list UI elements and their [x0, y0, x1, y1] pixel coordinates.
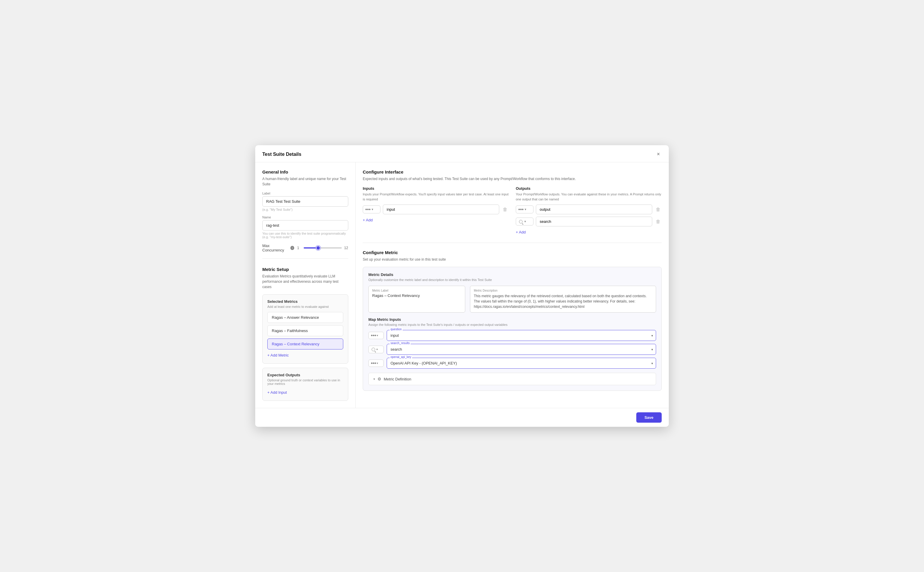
io-columns: Inputs Inputs your Prompt/Workflow expec…	[363, 186, 662, 236]
metric-item-1[interactable]: Ragas – Faithfulness	[267, 325, 343, 336]
label-input[interactable]	[262, 196, 348, 207]
metric-desc-value: This metric gauges the relevancy of the …	[474, 294, 652, 309]
metric-label-label: Metric Label	[372, 289, 461, 292]
label-field-group: Label (e.g. "My Test Suite")	[262, 191, 348, 211]
close-button[interactable]: ×	[655, 151, 662, 158]
metric-desc-label: Metric Description	[474, 289, 652, 292]
map-row-0: ▾ question input output search ▾	[368, 330, 656, 341]
delete-output-1[interactable]: 🗑	[654, 218, 662, 225]
map-desc: Assign the following metric inputs to th…	[368, 323, 656, 326]
name-hint: You can use this to identify the test su…	[262, 232, 348, 239]
metric-setup-desc: Evaluation Metrics quantitatively evalua…	[262, 274, 348, 289]
add-output-io-button[interactable]: + Add	[516, 229, 526, 236]
selected-metrics-title: Selected Metrics	[267, 299, 343, 304]
expected-outputs-title: Expected Outputs	[267, 373, 343, 377]
metric-details-grid: Metric Label Ragas – Context Relevancy M…	[368, 286, 656, 312]
configure-interface-desc: Expected inputs and outputs of what's be…	[363, 176, 662, 182]
output-row-1: ▾ 🗑	[516, 217, 662, 226]
metric-setup-title: Metric Setup	[262, 267, 348, 272]
map-row-2: ▾ openai_api_key OpenAI API Key - (OPENA…	[368, 358, 656, 368]
output-value-1[interactable]	[536, 217, 652, 226]
dots-icon	[365, 209, 371, 210]
map-select-wrap-2: openai_api_key OpenAI API Key - (OPENAI_…	[387, 358, 656, 368]
output-type-select-1[interactable]: ▾	[516, 218, 533, 225]
modal-body: General Info A human-friendly label and …	[255, 162, 669, 408]
expected-outputs-desc: Optional ground truth or context variabl…	[267, 378, 343, 385]
search-icon-out1	[519, 220, 522, 224]
output-row-0: ▾ 🗑	[516, 205, 662, 214]
configure-metric-desc: Set up your evaluation metric for use in…	[363, 257, 662, 262]
metric-desc-field: Metric Description This metric gauges th…	[470, 286, 656, 312]
inputs-col: Inputs Inputs your Prompt/Workflow expec…	[363, 186, 509, 236]
input-row-0: ▾ 🗑	[363, 205, 509, 214]
slider-wrap: 1 12	[297, 246, 348, 250]
label-field-label: Label	[262, 191, 348, 195]
modal-header: Test Suite Details ×	[255, 145, 669, 162]
metric-definition[interactable]: ▾ ⚙ Metric Definition	[368, 373, 656, 385]
configure-interface-title: Configure Interface	[363, 169, 662, 174]
concurrency-label: Max Concurrency i	[262, 244, 294, 252]
metric-item-0[interactable]: Ragas – Answer Relevance	[267, 312, 343, 323]
metric-item-2[interactable]: Ragas – Context Relevancy	[267, 339, 343, 350]
name-input[interactable]	[262, 220, 348, 230]
map-select-1[interactable]: input output search	[387, 344, 656, 355]
map-select-2[interactable]: OpenAI API Key - (OPENAI_API_KEY)	[387, 358, 656, 368]
map-type-dots-2[interactable]: ▾	[368, 359, 384, 367]
metric-details-title: Metric Details	[368, 272, 656, 277]
metric-def-gear-icon: ⚙	[377, 377, 381, 381]
input-value-0[interactable]	[383, 205, 499, 214]
metric-setup-section: Metric Setup Evaluation Metrics quantita…	[262, 267, 348, 401]
general-info-desc: A human-friendly label and unique name f…	[262, 176, 348, 187]
search-icon-map-1	[372, 348, 375, 351]
map-title: Map Metric Inputs	[368, 317, 656, 322]
save-button[interactable]: Save	[636, 412, 662, 423]
map-select-wrap-1: search_results input output search ▾	[387, 344, 656, 355]
add-metric-button[interactable]: + Add Metric	[267, 352, 289, 359]
map-select-label-0: question	[390, 328, 403, 331]
selected-metrics-panel: Selected Metrics Add at least one metric…	[262, 294, 348, 364]
inputs-desc: Inputs your Prompt/Workflow expects. You…	[363, 192, 509, 202]
modal: Test Suite Details × General Info A huma…	[255, 145, 669, 427]
selected-metrics-desc: Add at least one metric to evaluate agai…	[267, 305, 343, 308]
map-type-search-1[interactable]: ▾	[368, 346, 384, 353]
inputs-title: Inputs	[363, 186, 509, 191]
delete-input-0[interactable]: 🗑	[502, 206, 509, 213]
map-select-label-1: search_results	[390, 342, 411, 345]
expected-outputs-panel: Expected Outputs Optional ground truth o…	[262, 368, 348, 401]
outputs-col: Outputs Your Prompt/Workflow outputs. Yo…	[516, 186, 662, 236]
slider-min: 1	[297, 246, 301, 250]
map-select-wrap-0: question input output search ▾	[387, 330, 656, 341]
output-value-0[interactable]	[536, 205, 652, 214]
delete-output-0[interactable]: 🗑	[654, 206, 662, 213]
configure-interface: Configure Interface Expected inputs and …	[363, 169, 662, 243]
outputs-title: Outputs	[516, 186, 662, 191]
right-panel: Configure Interface Expected inputs and …	[356, 162, 669, 408]
concurrency-row: Max Concurrency i 1 12	[262, 244, 348, 252]
metric-card: Metric Details Optionally customize the …	[363, 267, 662, 391]
outputs-desc: Your Prompt/Workflow outputs. You can ev…	[516, 192, 662, 202]
concurrency-slider[interactable]	[304, 247, 342, 249]
left-panel: General Info A human-friendly label and …	[255, 162, 356, 408]
configure-metric-title: Configure Metric	[363, 250, 662, 255]
output-type-select-0[interactable]: ▾	[516, 205, 533, 213]
metric-def-chevron: ▾	[373, 377, 375, 381]
slider-max: 12	[344, 246, 348, 250]
modal-title: Test Suite Details	[262, 152, 301, 157]
label-hint: (e.g. "My Test Suite")	[262, 208, 348, 211]
name-field-label: Name	[262, 216, 348, 219]
input-type-select-0[interactable]: ▾	[363, 205, 380, 213]
add-input-button[interactable]: + Add Input	[267, 389, 287, 396]
metric-def-label: Metric Definition	[384, 377, 411, 381]
map-select-0[interactable]: input output search	[387, 330, 656, 341]
add-input-io-button[interactable]: + Add	[363, 217, 373, 224]
map-type-dots-0[interactable]: ▾	[368, 332, 384, 339]
metric-label-field: Metric Label Ragas – Context Relevancy	[368, 286, 465, 312]
metric-label-value: Ragas – Context Relevancy	[372, 294, 461, 298]
name-field-group: Name You can use this to identify the te…	[262, 216, 348, 239]
map-select-label-2: openai_api_key	[390, 355, 412, 359]
map-row-1: ▾ search_results input output search ▾	[368, 344, 656, 355]
info-icon: i	[290, 246, 294, 250]
configure-metric: Configure Metric Set up your evaluation …	[363, 250, 662, 391]
general-info-title: General Info	[262, 169, 348, 174]
map-section: Map Metric Inputs Assign the following m…	[368, 317, 656, 368]
